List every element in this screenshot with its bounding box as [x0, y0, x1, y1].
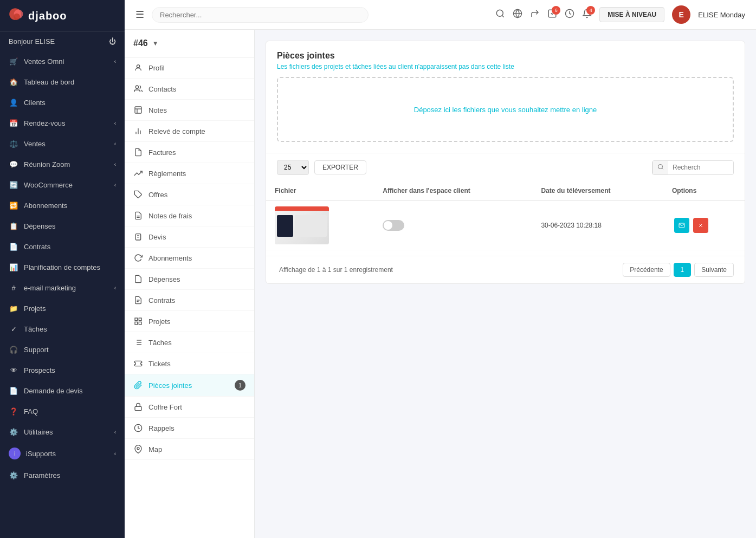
left-menu-item-notes[interactable]: Notes	[125, 100, 254, 121]
topbar-username: ELISE Monday	[698, 11, 745, 19]
attachment-icon	[133, 380, 143, 390]
sidebar-item-support[interactable]: 🎧 Support	[0, 339, 125, 360]
pagination: Affichage de 1 à 1 sur 1 enregistrement …	[266, 256, 745, 283]
dropdown-arrow-icon[interactable]: ▼	[152, 40, 159, 47]
sidebar-item-prospects[interactable]: 👁 Prospects	[0, 360, 125, 380]
ticket-icon	[133, 359, 143, 368]
left-menu-item-contrats[interactable]: Contrats	[125, 290, 254, 311]
col-date: Date du téléversement	[532, 182, 663, 200]
export-button[interactable]: EXPORTER	[314, 160, 366, 174]
sidebar-item-demande-devis[interactable]: 📄 Demande de devis	[0, 380, 125, 401]
eye-icon: 👁	[9, 365, 18, 375]
left-menu-item-tickets[interactable]: Tickets	[125, 353, 254, 374]
per-page-select[interactable]: 25 50 100	[277, 160, 309, 175]
left-menu-item-pieces-jointes[interactable]: Pièces jointes 1	[125, 374, 254, 397]
list-icon	[133, 338, 143, 347]
sidebar-item-abonnements[interactable]: 🔁 Abonnements	[0, 195, 125, 216]
receipt-icon	[133, 211, 143, 221]
sidebar-greeting: Bonjour ELISE	[9, 37, 55, 46]
prev-page-button[interactable]: Précédente	[623, 263, 670, 277]
share-icon[interactable]	[530, 9, 540, 21]
sidebar-item-tableau-de-bord[interactable]: 🏠 Tableau de bord	[0, 72, 125, 92]
col-options: Options	[663, 182, 745, 200]
search-input[interactable]	[152, 7, 369, 23]
clock-icon[interactable]	[565, 9, 574, 21]
left-menu-item-notes-frais[interactable]: Notes de frais	[125, 205, 254, 226]
shopping-icon: 🛒	[9, 56, 18, 66]
sidebar-item-ventes[interactable]: ⚖️ Ventes ‹	[0, 133, 125, 154]
sidebar-item-parametres[interactable]: ⚙️ Paramètres	[0, 465, 125, 485]
dollar-icon	[133, 274, 143, 284]
sidebar-item-rendez-vous[interactable]: 📅 Rendez-vous ‹	[0, 113, 125, 133]
chevron-left-icon: ‹	[114, 429, 116, 435]
sidebar-item-contrats[interactable]: 📄 Contrats	[0, 236, 125, 257]
logo: djaboo	[9, 8, 67, 24]
left-menu-item-devis[interactable]: Devis	[125, 226, 254, 248]
left-menu-item-profil[interactable]: Profil	[125, 57, 254, 79]
svg-rect-10	[135, 107, 141, 113]
sidebar-item-clients[interactable]: 👤 Clients	[0, 92, 125, 113]
left-menu-item-factures[interactable]: Factures	[125, 142, 254, 163]
sidebar-item-faq[interactable]: ❓ FAQ	[0, 401, 125, 422]
left-menu-item-reglements[interactable]: Règlements	[125, 163, 254, 184]
sidebar-item-reunion-zoom[interactable]: 💬 Réunion Zoom ‹	[0, 154, 125, 174]
left-panel-header: #46 ▼	[125, 30, 254, 57]
sidebar-item-depenses[interactable]: 📋 Dépenses	[0, 216, 125, 236]
table-wrapper: Fichier Afficher dans l'espace client Da…	[266, 182, 745, 256]
current-page-button[interactable]: 1	[674, 263, 692, 277]
bell-icon[interactable]: 4	[582, 9, 592, 21]
sidebar-item-utilitaires[interactable]: ⚙️ Utilitaires ‹	[0, 422, 125, 442]
attachments-table: Fichier Afficher dans l'espace client Da…	[266, 182, 745, 250]
delete-button[interactable]	[693, 218, 708, 233]
sidebar-item-email-marketing[interactable]: # e-mail marketing ‹	[0, 277, 125, 298]
table-head: Fichier Afficher dans l'espace client Da…	[266, 182, 745, 200]
chat-icon: 💬	[9, 159, 18, 169]
main-panel: Pièces jointes Les fichiers des projets …	[255, 30, 756, 538]
left-menu-item-rappels[interactable]: Rappels	[125, 418, 254, 439]
email-button[interactable]	[674, 218, 689, 233]
upgrade-button[interactable]: MISE À NIVEAU	[599, 7, 664, 22]
toggle-thumb	[384, 221, 392, 230]
left-menu-item-projets[interactable]: Projets	[125, 311, 254, 332]
sidebar-item-taches[interactable]: ✓ Tâches	[0, 319, 125, 339]
sidebar-item-ventes-omni[interactable]: 🛒 Ventes Omni ‹	[0, 51, 125, 72]
globe-icon[interactable]	[513, 9, 522, 21]
client-visibility-toggle[interactable]	[383, 220, 404, 231]
left-menu-item-abonnements[interactable]: Abonnements	[125, 248, 254, 269]
sidebar-item-woocommerce[interactable]: 🔄 WooCommerce ‹	[0, 174, 125, 195]
refresh-icon	[133, 253, 143, 263]
left-menu-item-offres[interactable]: Offres	[125, 184, 254, 205]
table-search-container	[652, 160, 734, 175]
chevron-left-icon: ‹	[114, 285, 116, 291]
svg-rect-34	[135, 406, 141, 410]
search-icon[interactable]	[495, 9, 505, 21]
next-page-button[interactable]: Suivante	[694, 263, 734, 277]
trending-icon	[133, 168, 143, 178]
sidebar-item-isupports[interactable]: i iSupports ‹	[0, 442, 125, 465]
expense-icon: 📋	[9, 221, 18, 231]
left-menu-item-releve-compte[interactable]: Relevé de compte	[125, 121, 254, 142]
sidebar-item-projets[interactable]: 📁 Projets	[0, 298, 125, 319]
hamburger-icon[interactable]: ☰	[135, 9, 144, 21]
svg-rect-24	[135, 318, 138, 321]
left-menu-item-coffre-fort[interactable]: Coffre Fort	[125, 397, 254, 418]
home-icon: 🏠	[9, 77, 18, 87]
date-cell: 30-06-2023 10:28:18	[532, 200, 663, 250]
drop-zone-text: Déposez ici les fichiers que vous souhai…	[414, 106, 597, 114]
svg-point-8	[137, 65, 139, 68]
record-id: #46	[133, 38, 148, 48]
power-icon[interactable]: ⏻	[109, 37, 116, 46]
left-menu-item-taches[interactable]: Tâches	[125, 332, 254, 353]
left-menu-item-contacts[interactable]: Contacts	[125, 79, 254, 100]
task-icon[interactable]: 6	[547, 9, 557, 21]
left-menu-item-depenses[interactable]: Dépenses	[125, 269, 254, 290]
drop-zone[interactable]: Déposez ici les fichiers que vous souhai…	[277, 77, 734, 142]
table-search-input[interactable]	[668, 161, 733, 174]
svg-rect-27	[139, 322, 141, 325]
left-menu-item-map[interactable]: Map	[125, 439, 254, 460]
calendar-icon: 📅	[9, 118, 18, 128]
sidebar-item-planification[interactable]: 📊 Planification de comptes	[0, 257, 125, 277]
content-area: #46 ▼ Profil Contacts Notes	[125, 30, 756, 538]
settings-icon: ⚙️	[9, 470, 18, 480]
pieces-jointes-card: Pièces jointes Les fichiers des projets …	[266, 41, 745, 284]
